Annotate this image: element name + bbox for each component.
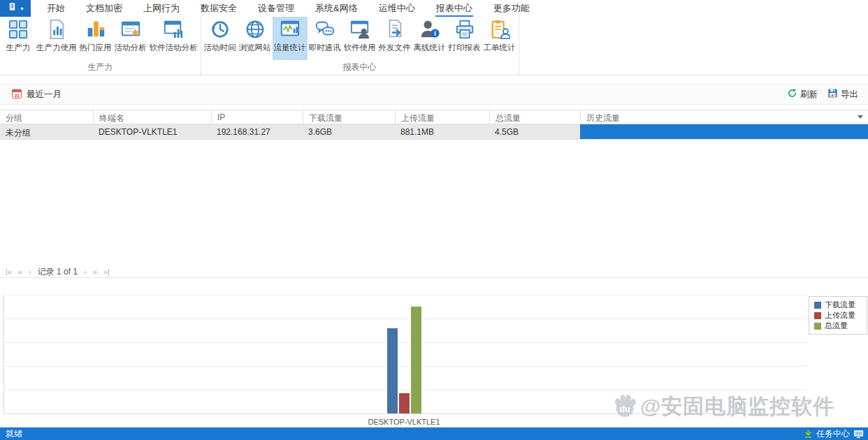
menu-tab-数据安全[interactable]: 数据安全 — [190, 0, 247, 17]
ribbon-button-label: 软件使用 — [344, 43, 376, 53]
task-center-button[interactable]: 任务中心 — [816, 428, 850, 440]
ribbon-button-生产力使用[interactable]: 生产力使用 — [35, 17, 78, 60]
refresh-label: 刷新 — [800, 89, 818, 101]
legend-item-总流量[interactable]: 总流量 — [814, 321, 867, 331]
menu-tab-label: 上网行为 — [143, 1, 180, 17]
table-row[interactable]: 未分组DESKTOP-VLKTLE1192.168.31.273.6GB881.… — [0, 124, 868, 140]
ribbon-group-报表中心: 活动时间浏览网站流量统计即时通讯软件使用外发文件i离线统计打印报表工单统计报表中… — [201, 17, 519, 75]
menu-tab-文档加密[interactable]: 文档加密 — [75, 0, 133, 17]
ribbon-button-生产力[interactable]: 生产力 — [1, 17, 35, 60]
column-header-历史流量[interactable]: 历史流量 — [580, 110, 868, 124]
menu-tab-上网行为[interactable]: 上网行为 — [133, 0, 190, 17]
column-header-总流量[interactable]: 总流量 — [489, 110, 580, 124]
bar-总流量[interactable] — [411, 307, 421, 413]
ribbon-button-活动分析[interactable]: 活动分析 — [113, 17, 148, 60]
page-next-button[interactable]: › — [84, 268, 87, 276]
ribbon-button-离线统计[interactable]: i离线统计 — [412, 17, 447, 60]
ribbon-button-label: 热门应用 — [80, 43, 112, 53]
menu-tab-报表中心[interactable]: 报表中心 — [426, 0, 483, 17]
column-header-IP[interactable]: IP — [211, 110, 303, 124]
legend-item-上传流量[interactable]: 上传流量 — [814, 310, 867, 321]
clipboard-user-icon — [489, 19, 510, 40]
date-range-filter[interactable]: 23 最近一月 — [11, 88, 62, 101]
monitor-icon[interactable] — [853, 429, 864, 439]
chart-gridline — [3, 413, 807, 414]
column-header-下载流量[interactable]: 下载流量 — [303, 110, 395, 124]
history-traffic-bar — [580, 124, 868, 139]
menu-tab-系统&网络[interactable]: 系统&网络 — [305, 0, 368, 17]
menu-tab-运维中心[interactable]: 运维中心 — [368, 0, 426, 17]
chart-gridline — [3, 342, 807, 343]
ribbon-button-软件使用[interactable]: 软件使用 — [342, 17, 377, 60]
chevron-down-icon: ▼ — [20, 6, 24, 11]
page-first-button[interactable]: |« — [6, 268, 12, 276]
bar-上传流量[interactable] — [399, 393, 410, 413]
pagination-bar: |« « ‹ 记录 1 of 1 › » »| — [0, 266, 868, 278]
doc-chart-icon — [46, 19, 67, 40]
menu-bar: ▼ 开始文档加密上网行为数据安全设备管理系统&网络运维中心报表中心更多功能 — [0, 0, 868, 17]
ribbon-button-活动时间[interactable]: 活动时间 — [203, 17, 238, 60]
ribbon-button-label: 生产力 — [6, 43, 31, 53]
refresh-button[interactable]: 刷新 — [787, 88, 818, 101]
export-button[interactable]: 导出 — [827, 88, 858, 101]
refresh-icon — [787, 88, 797, 101]
ribbon-button-外发文件[interactable]: 外发文件 — [377, 17, 412, 60]
svg-text:i: i — [434, 30, 436, 37]
column-header-终端名[interactable]: 终端名 — [93, 110, 211, 124]
ribbon-group-items: 生产力生产力使用热门应用活动分析软件活动分析 — [1, 17, 199, 61]
ribbon-button-浏览网站[interactable]: 浏览网站 — [238, 17, 273, 60]
window-user-icon — [349, 19, 370, 40]
ribbon-group-label: 生产力 — [1, 61, 199, 75]
menu-tab-开始[interactable]: 开始 — [36, 0, 75, 17]
menu-tab-label: 数据安全 — [200, 1, 238, 17]
ribbon-button-label: 打印报表 — [449, 43, 481, 53]
app-menu-icon — [6, 1, 18, 16]
menu-tab-label: 系统&网络 — [314, 1, 359, 17]
page-last-button[interactable]: »| — [103, 268, 110, 276]
status-bar: 就绪 任务中心 — [0, 427, 868, 440]
status-ready-label: 就绪 — [6, 428, 22, 440]
printer-icon — [454, 19, 475, 40]
ribbon-button-即时通讯[interactable]: 即时通讯 — [308, 17, 342, 60]
column-header-上传流量[interactable]: 上传流量 — [395, 110, 489, 124]
column-menu-icon[interactable] — [858, 115, 863, 119]
grid-icon — [8, 19, 29, 40]
bar-下载流量[interactable] — [387, 328, 398, 413]
ribbon-button-打印报表[interactable]: 打印报表 — [447, 17, 482, 60]
menu-tab-设备管理[interactable]: 设备管理 — [247, 0, 305, 17]
ribbon-group-items: 活动时间浏览网站流量统计即时通讯软件使用外发文件i离线统计打印报表工单统计 — [203, 17, 517, 61]
doc-export-icon — [384, 19, 405, 40]
chart-legend: 下载流量上传流量总流量 — [809, 296, 867, 335]
ribbon: 生产力生产力使用热门应用活动分析软件活动分析生产力活动时间浏览网站流量统计即时通… — [0, 17, 868, 75]
page-prev-fast-button[interactable]: « — [18, 268, 22, 276]
chart-y-axis — [3, 295, 4, 413]
ribbon-button-流量统计[interactable]: 流量统计 — [273, 17, 308, 60]
window-star-icon — [120, 19, 141, 40]
ribbon-button-热门应用[interactable]: 热门应用 — [78, 17, 113, 60]
traffic-bar-chart: DESKTOP-VLKTLE1 下载流量上传流量总流量 — [0, 278, 868, 427]
menu-tab-label: 运维中心 — [378, 1, 416, 17]
menu-tab-label: 文档加密 — [85, 1, 123, 17]
calendar-icon: 23 — [11, 88, 22, 101]
app-menu-button[interactable]: ▼ — [0, 0, 31, 17]
menu-items: 开始文档加密上网行为数据安全设备管理系统&网络运维中心报表中心更多功能 — [36, 0, 540, 17]
legend-swatch — [814, 312, 821, 319]
legend-item-下载流量[interactable]: 下载流量 — [814, 300, 867, 310]
table-header: 分组终端名IP下载流量上传流量总流量历史流量 — [0, 110, 868, 124]
legend-swatch — [814, 302, 821, 309]
table-cell: 3.6GB — [303, 124, 395, 139]
svg-text:23: 23 — [15, 93, 20, 97]
legend-swatch — [814, 323, 821, 330]
ribbon-button-label: 流量统计 — [274, 43, 306, 53]
column-header-分组[interactable]: 分组 — [0, 110, 93, 124]
menu-tab-更多功能[interactable]: 更多功能 — [483, 0, 540, 17]
ribbon-button-label: 即时通讯 — [309, 43, 341, 53]
ribbon-button-label: 生产力使用 — [36, 43, 77, 53]
page-next-fast-button[interactable]: » — [93, 268, 97, 276]
page-prev-button[interactable]: ‹ — [29, 268, 31, 276]
menu-tab-label: 开始 — [46, 1, 66, 17]
ribbon-button-工单统计[interactable]: 工单统计 — [482, 17, 517, 60]
chart-gridline — [3, 295, 807, 295]
ribbon-button-软件活动分析[interactable]: 软件活动分析 — [148, 17, 199, 60]
chart-gridline — [3, 318, 807, 319]
